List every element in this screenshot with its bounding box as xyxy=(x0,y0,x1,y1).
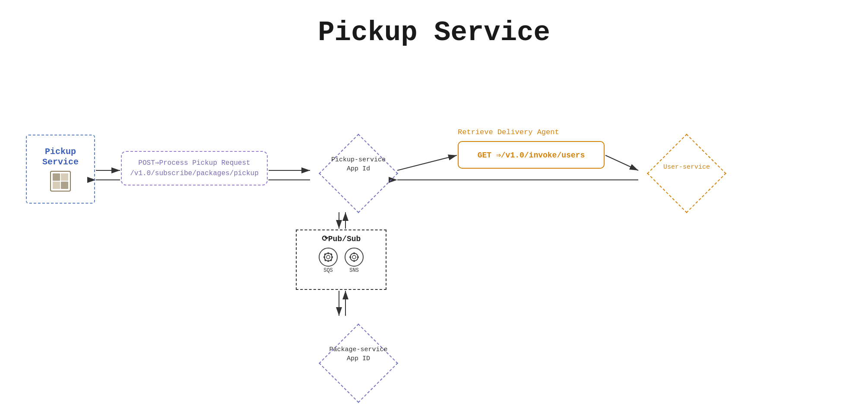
svg-rect-17 xyxy=(357,257,359,258)
page-title: Pickup Service xyxy=(0,0,868,57)
svg-rect-4 xyxy=(328,252,329,254)
icon-cell-2 xyxy=(61,173,68,181)
pickup-service-icon xyxy=(50,171,71,192)
pubsub-icons-row: SQS SNS xyxy=(319,248,364,274)
pubsub-box: ⟳Pub/Sub xyxy=(296,230,386,290)
svg-rect-5 xyxy=(328,260,329,262)
svg-rect-7 xyxy=(331,257,333,258)
svg-rect-6 xyxy=(323,257,325,258)
pubsub-sqs-item: SQS xyxy=(319,248,338,274)
svg-rect-11 xyxy=(330,259,332,261)
get-request-box: GET ⇒/v1.0/invoke/users xyxy=(458,141,605,169)
svg-rect-14 xyxy=(354,252,355,254)
sns-icon xyxy=(345,248,364,267)
svg-point-12 xyxy=(350,253,358,261)
pickup-app-diamond xyxy=(319,134,398,213)
user-service-diamond-container: User-service xyxy=(639,126,734,221)
package-app-diamond-container: Package-service App ID xyxy=(311,316,406,411)
pubsub-sns-item: SNS xyxy=(345,248,364,274)
svg-point-13 xyxy=(352,255,356,259)
icon-cell-4 xyxy=(61,182,68,189)
svg-rect-8 xyxy=(324,253,326,255)
svg-rect-10 xyxy=(324,259,326,261)
pubsub-title: ⟳Pub/Sub xyxy=(322,234,361,243)
get-request-text: GET ⇒/v1.0/invoke/users xyxy=(478,150,585,160)
arrows-svg xyxy=(0,57,868,411)
retrieve-delivery-agent-label: Retrieve Delivery Agent xyxy=(458,128,559,136)
pickup-service-label: Pickup Service xyxy=(42,147,79,167)
arrow-diamond-to-get xyxy=(397,155,457,170)
package-app-diamond xyxy=(319,324,398,403)
pickup-app-diamond-container: Pickup-service App Id xyxy=(311,126,406,221)
svg-rect-9 xyxy=(330,253,333,255)
sns-label: SNS xyxy=(349,267,359,274)
svg-rect-16 xyxy=(349,257,351,258)
user-service-diamond xyxy=(647,134,726,213)
svg-rect-15 xyxy=(354,260,355,262)
sqs-icon xyxy=(319,248,338,267)
post-request-text: POST⇒Process Pickup Request /v1.0/subscr… xyxy=(130,158,259,179)
icon-cell-1 xyxy=(53,173,60,181)
post-request-box: POST⇒Process Pickup Request /v1.0/subscr… xyxy=(121,151,268,185)
arrow-get-to-user xyxy=(605,155,638,170)
pickup-service-box: Pickup Service xyxy=(26,135,95,204)
svg-point-3 xyxy=(326,255,330,259)
sqs-label: SQS xyxy=(323,267,333,274)
diagram-area: Pickup Service POST⇒Process Pickup Reque… xyxy=(0,57,868,411)
icon-cell-3 xyxy=(53,182,60,189)
